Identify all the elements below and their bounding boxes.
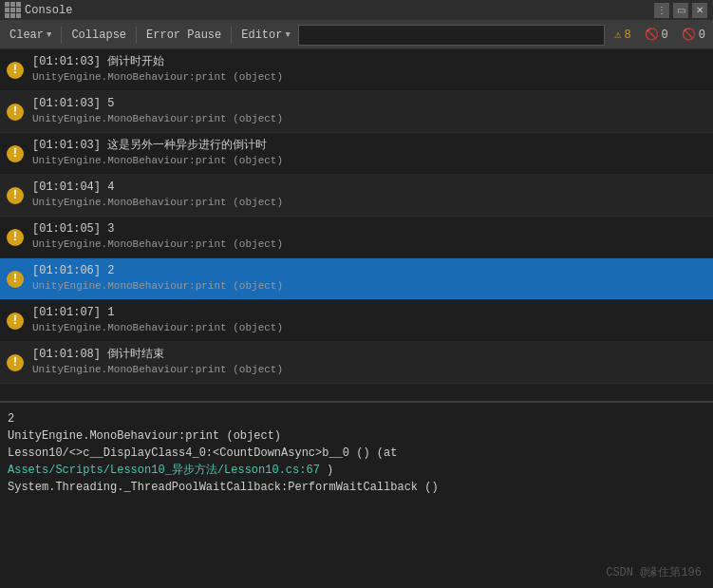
- log-sub-text: UnityEngine.MonoBehaviour:print (object): [32, 237, 283, 252]
- detail-panel: 2 UnityEngine.MonoBehaviour:print (objec…: [0, 401, 713, 567]
- watermark: CSDN @缘住第196: [606, 564, 702, 580]
- clear-label: Clear: [9, 28, 44, 42]
- separator-3: [231, 27, 232, 44]
- clear-button[interactable]: Clear ▼: [4, 25, 57, 46]
- error1-icon: 🚫: [645, 28, 659, 42]
- detail-link-line: Assets/Scripts/Lesson10_异步方法/Lesson10.cs…: [8, 462, 705, 479]
- warn-icon: !: [6, 228, 25, 247]
- warn-icon: !: [6, 144, 25, 163]
- error-badge-1[interactable]: 🚫 0: [641, 26, 672, 44]
- warning-icon: ⚠: [614, 28, 621, 42]
- close-button[interactable]: ✕: [692, 3, 707, 18]
- editor-chevron-icon: ▼: [285, 30, 290, 40]
- log-sub-text: UnityEngine.MonoBehaviour:print (object): [32, 279, 283, 294]
- warning-count: 8: [624, 28, 630, 42]
- detail-link[interactable]: Assets/Scripts/Lesson10_异步方法/Lesson10.cs…: [8, 464, 320, 477]
- detail-line5: System.Threading._ThreadPoolWaitCallback…: [8, 479, 705, 496]
- warn-icon: !: [6, 312, 25, 331]
- log-main-text: [01:01:08] 倒计时结束: [32, 347, 283, 363]
- clear-chevron-icon: ▼: [47, 30, 51, 40]
- error-pause-label: Error Pause: [146, 28, 221, 42]
- log-main-text: [01:01:06] 2: [32, 263, 283, 279]
- log-entry[interactable]: ![01:01:03] 这是另外一种异步进行的倒计时UnityEngine.Mo…: [0, 133, 713, 175]
- log-entry[interactable]: ![01:01:07] 1UnityEngine.MonoBehaviour:p…: [0, 300, 713, 342]
- detail-line3: Lesson10/<>c__DisplayClass4_0:<CountDown…: [8, 445, 705, 462]
- log-sub-text: UnityEngine.MonoBehaviour:print (object): [32, 112, 283, 126]
- log-entry[interactable]: ![01:01:03] 5UnityEngine.MonoBehaviour:p…: [0, 91, 713, 133]
- editor-button[interactable]: Editor ▼: [235, 25, 296, 46]
- warn-icon: !: [6, 353, 25, 372]
- log-entry[interactable]: ![01:01:04] 4UnityEngine.MonoBehaviour:p…: [0, 175, 713, 217]
- detail-line2: UnityEngine.MonoBehaviour:print (object): [8, 427, 705, 445]
- toolbar: Clear ▼ Collapse Error Pause Editor ▼ ⚠ …: [0, 21, 713, 49]
- separator-1: [61, 27, 62, 44]
- warning-badge[interactable]: ⚠ 8: [610, 26, 634, 44]
- log-entry[interactable]: ![01:01:03] 倒计时开始UnityEngine.MonoBehavio…: [0, 49, 713, 91]
- error-badge-2[interactable]: 🚫 0: [678, 26, 709, 44]
- kebab-menu-button[interactable]: ⋮: [654, 3, 669, 18]
- log-entry[interactable]: ![01:01:06] 2UnityEngine.MonoBehaviour:p…: [0, 258, 713, 300]
- error-pause-button[interactable]: Error Pause: [141, 25, 227, 46]
- collapse-button[interactable]: Collapse: [66, 25, 132, 46]
- log-sub-text: UnityEngine.MonoBehaviour:print (object): [32, 321, 283, 335]
- console-icon: [6, 4, 19, 17]
- log-main-text: [01:01:03] 5: [32, 96, 283, 112]
- log-main-text: [01:01:03] 倒计时开始: [32, 54, 283, 70]
- log-sub-text: UnityEngine.MonoBehaviour:print (object): [32, 363, 283, 377]
- log-main-text: [01:01:07] 1: [32, 305, 283, 321]
- title-bar-controls: ⋮ ▭ ✕: [654, 3, 707, 18]
- search-input[interactable]: [298, 25, 605, 46]
- error2-icon: 🚫: [682, 28, 696, 42]
- error1-count: 0: [662, 28, 668, 42]
- warn-icon: !: [6, 270, 25, 289]
- detail-line3-text: Lesson10/<>c__DisplayClass4_0:<CountDown…: [8, 446, 397, 460]
- log-entry[interactable]: ![01:01:05] 3UnityEngine.MonoBehaviour:p…: [0, 217, 713, 258]
- log-sub-text: UnityEngine.MonoBehaviour:print (object): [32, 154, 283, 168]
- log-entry[interactable]: ![01:01:08] 倒计时结束UnityEngine.MonoBehavio…: [0, 342, 713, 384]
- log-list: ![01:01:03] 倒计时开始UnityEngine.MonoBehavio…: [0, 49, 713, 401]
- log-main-text: [01:01:03] 这是另外一种异步进行的倒计时: [32, 138, 283, 154]
- log-sub-text: UnityEngine.MonoBehaviour:print (object): [32, 196, 283, 210]
- badge-group: ⚠ 8 🚫 0 🚫 0: [610, 26, 709, 44]
- maximize-button[interactable]: ▭: [673, 3, 688, 18]
- title-bar: Console ⋮ ▭ ✕: [0, 0, 713, 21]
- warn-icon: !: [6, 186, 25, 205]
- error2-count: 0: [699, 28, 705, 42]
- title-bar-title: Console: [25, 4, 72, 17]
- separator-2: [136, 27, 137, 44]
- warn-icon: !: [6, 103, 25, 122]
- log-sub-text: UnityEngine.MonoBehaviour:print (object): [32, 70, 283, 85]
- warn-icon: !: [6, 61, 25, 80]
- editor-label: Editor: [241, 28, 282, 42]
- detail-link-suffix: ): [327, 464, 333, 477]
- collapse-label: Collapse: [71, 28, 126, 42]
- log-main-text: [01:01:05] 3: [32, 221, 283, 237]
- detail-line1: 2: [8, 410, 705, 427]
- log-main-text: [01:01:04] 4: [32, 180, 283, 196]
